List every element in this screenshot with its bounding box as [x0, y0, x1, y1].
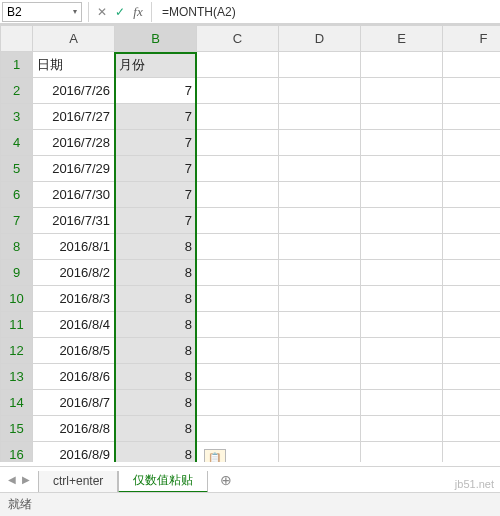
cell-B12[interactable]: 8 — [115, 338, 197, 364]
cell-A3[interactable]: 2016/7/27 — [33, 104, 115, 130]
row-header[interactable]: 16 — [1, 442, 33, 463]
sheet-tab[interactable]: 仅数值粘贴 — [118, 471, 208, 493]
cell-C3[interactable] — [197, 104, 279, 130]
row-header[interactable]: 13 — [1, 364, 33, 390]
cell-D3[interactable] — [279, 104, 361, 130]
cell-C8[interactable] — [197, 234, 279, 260]
cell-C1[interactable] — [197, 52, 279, 78]
row-header[interactable]: 1 — [1, 52, 33, 78]
cell-E16[interactable] — [361, 442, 443, 463]
cell-F7[interactable] — [443, 208, 501, 234]
cell-A5[interactable]: 2016/7/29 — [33, 156, 115, 182]
cell-D11[interactable] — [279, 312, 361, 338]
cell-E2[interactable] — [361, 78, 443, 104]
cell-B6[interactable]: 7 — [115, 182, 197, 208]
cell-F5[interactable] — [443, 156, 501, 182]
cell-A14[interactable]: 2016/8/7 — [33, 390, 115, 416]
sheet-nav[interactable]: ◀ ▶ — [0, 474, 38, 485]
cell-C14[interactable] — [197, 390, 279, 416]
cell-A11[interactable]: 2016/8/4 — [33, 312, 115, 338]
cell-F9[interactable] — [443, 260, 501, 286]
cell-A7[interactable]: 2016/7/31 — [33, 208, 115, 234]
cell-F14[interactable] — [443, 390, 501, 416]
fx-button[interactable]: fx — [129, 4, 147, 20]
cell-E5[interactable] — [361, 156, 443, 182]
cell-D13[interactable] — [279, 364, 361, 390]
cell-E3[interactable] — [361, 104, 443, 130]
cell-D12[interactable] — [279, 338, 361, 364]
row-header[interactable]: 14 — [1, 390, 33, 416]
cell-C7[interactable] — [197, 208, 279, 234]
row-header[interactable]: 4 — [1, 130, 33, 156]
cell-D5[interactable] — [279, 156, 361, 182]
cell-E15[interactable] — [361, 416, 443, 442]
nav-next-icon[interactable]: ▶ — [22, 474, 30, 485]
cell-D8[interactable] — [279, 234, 361, 260]
cell-B9[interactable]: 8 — [115, 260, 197, 286]
cell-F2[interactable] — [443, 78, 501, 104]
cell-E6[interactable] — [361, 182, 443, 208]
cell-D10[interactable] — [279, 286, 361, 312]
cell-A10[interactable]: 2016/8/3 — [33, 286, 115, 312]
sheet-tab[interactable]: ctrl+enter — [38, 471, 118, 493]
row-header[interactable]: 7 — [1, 208, 33, 234]
cell-A12[interactable]: 2016/8/5 — [33, 338, 115, 364]
cell-F16[interactable] — [443, 442, 501, 463]
column-header-E[interactable]: E — [361, 26, 443, 52]
cell-F10[interactable] — [443, 286, 501, 312]
paste-options-button[interactable]: 📋 — [204, 449, 226, 462]
cell-C9[interactable] — [197, 260, 279, 286]
cell-C10[interactable] — [197, 286, 279, 312]
cell-F12[interactable] — [443, 338, 501, 364]
cell-B8[interactable]: 8 — [115, 234, 197, 260]
cell-D1[interactable] — [279, 52, 361, 78]
row-header[interactable]: 12 — [1, 338, 33, 364]
cell-E8[interactable] — [361, 234, 443, 260]
row-header[interactable]: 15 — [1, 416, 33, 442]
cell-D15[interactable] — [279, 416, 361, 442]
row-header[interactable]: 6 — [1, 182, 33, 208]
cell-A2[interactable]: 2016/7/26 — [33, 78, 115, 104]
row-header[interactable]: 3 — [1, 104, 33, 130]
column-header-F[interactable]: F — [443, 26, 501, 52]
cell-F1[interactable] — [443, 52, 501, 78]
cell-B13[interactable]: 8 — [115, 364, 197, 390]
cell-C5[interactable] — [197, 156, 279, 182]
row-header[interactable]: 8 — [1, 234, 33, 260]
cell-B16[interactable]: 8 — [115, 442, 197, 463]
cell-F4[interactable] — [443, 130, 501, 156]
cell-F6[interactable] — [443, 182, 501, 208]
row-header[interactable]: 5 — [1, 156, 33, 182]
cell-B2[interactable]: 7 — [115, 78, 197, 104]
row-header[interactable]: 9 — [1, 260, 33, 286]
cell-C11[interactable] — [197, 312, 279, 338]
cell-E12[interactable] — [361, 338, 443, 364]
cell-E13[interactable] — [361, 364, 443, 390]
cell-C2[interactable] — [197, 78, 279, 104]
cell-A13[interactable]: 2016/8/6 — [33, 364, 115, 390]
cell-C4[interactable] — [197, 130, 279, 156]
cell-A6[interactable]: 2016/7/30 — [33, 182, 115, 208]
cell-B1[interactable]: 月份 — [115, 52, 197, 78]
cell-B11[interactable]: 8 — [115, 312, 197, 338]
row-header[interactable]: 10 — [1, 286, 33, 312]
cell-E7[interactable] — [361, 208, 443, 234]
cell-B7[interactable]: 7 — [115, 208, 197, 234]
cell-E1[interactable] — [361, 52, 443, 78]
column-header-C[interactable]: C — [197, 26, 279, 52]
cell-A16[interactable]: 2016/8/9 — [33, 442, 115, 463]
column-header-D[interactable]: D — [279, 26, 361, 52]
row-header[interactable]: 11 — [1, 312, 33, 338]
cell-F15[interactable] — [443, 416, 501, 442]
cell-F8[interactable] — [443, 234, 501, 260]
cell-E10[interactable] — [361, 286, 443, 312]
add-sheet-button[interactable]: ⊕ — [214, 472, 238, 488]
cell-A4[interactable]: 2016/7/28 — [33, 130, 115, 156]
cell-B3[interactable]: 7 — [115, 104, 197, 130]
cell-B14[interactable]: 8 — [115, 390, 197, 416]
select-all-corner[interactable] — [1, 26, 33, 52]
cell-D14[interactable] — [279, 390, 361, 416]
cell-C13[interactable] — [197, 364, 279, 390]
formula-input[interactable]: =MONTH(A2) — [156, 5, 500, 19]
cell-C6[interactable] — [197, 182, 279, 208]
